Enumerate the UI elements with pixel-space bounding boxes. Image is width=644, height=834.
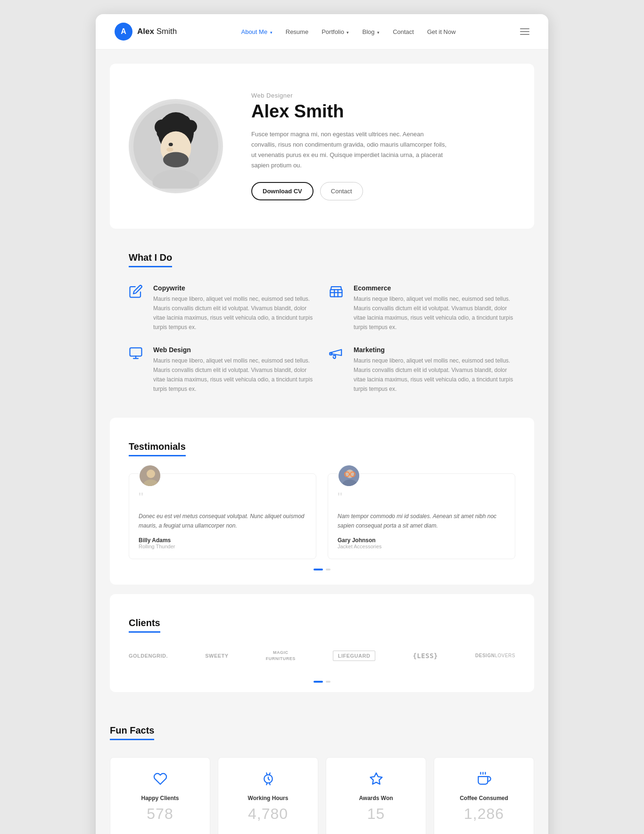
client-lifeguard: LIFEGUARD bbox=[333, 651, 376, 661]
nav-item-about[interactable]: About Me ▾ bbox=[241, 27, 272, 36]
hero-role: Web Designer bbox=[251, 92, 515, 99]
watch-icon bbox=[228, 772, 308, 789]
nav-item-contact[interactable]: Contact bbox=[393, 27, 414, 36]
service-ecommerce-title: Ecommerce bbox=[354, 284, 515, 292]
testimonials-title: Testimonials bbox=[129, 441, 186, 456]
brand-avatar: A bbox=[115, 23, 132, 41]
contact-button[interactable]: Contact bbox=[320, 182, 363, 200]
hero-buttons: Download CV Contact bbox=[251, 182, 515, 200]
megaphone-icon bbox=[329, 346, 346, 363]
brand: A Alex Smith bbox=[115, 23, 177, 41]
svg-point-12 bbox=[169, 143, 173, 146]
client-less: {less} bbox=[413, 652, 438, 660]
fact-coffee-consumed: Coffee Consumed 1,286 bbox=[434, 757, 534, 834]
monitor-icon bbox=[129, 346, 146, 363]
clients-dot-active[interactable] bbox=[314, 681, 323, 683]
testimonial-name-2: Gary Johnson bbox=[338, 537, 505, 544]
fact-working-hours-label: Working Hours bbox=[228, 795, 308, 801]
nav-item-get-it-now[interactable]: Get it Now bbox=[427, 27, 456, 36]
client-design-lovers: DESIGNLOVERS bbox=[475, 653, 515, 658]
svg-point-18 bbox=[147, 470, 155, 478]
clients-logos: GOLDENGRID. SWEETY MAGICFURNITURES LIFEG… bbox=[129, 650, 515, 671]
hero-name: Alex Smith bbox=[251, 102, 515, 122]
nav-item-portfolio[interactable]: Portfolio ▾ bbox=[322, 27, 349, 36]
hero-photo bbox=[129, 99, 223, 193]
testimonial-card-1: " Donec eu est vel metus consequat volut… bbox=[129, 473, 316, 560]
hero-content: Web Designer Alex Smith Fusce tempor mag… bbox=[251, 92, 515, 200]
quote-icon-1: " bbox=[139, 491, 306, 504]
fact-coffee-consumed-value: 1,286 bbox=[444, 805, 524, 823]
nav-links: About Me ▾ Resume Portfolio ▾ Blog ▾ Con… bbox=[241, 27, 455, 36]
navbar: A Alex Smith About Me ▾ Resume Portfolio… bbox=[96, 14, 548, 50]
fact-happy-clients-value: 578 bbox=[120, 805, 200, 823]
clients-title: Clients bbox=[129, 618, 160, 633]
services-grid: Copywrite Mauris neque libero, aliquet v… bbox=[129, 284, 515, 394]
service-web-design-desc: Mauris neque libero, aliquet vel mollis … bbox=[153, 356, 315, 394]
testimonial-avatar-2 bbox=[338, 464, 360, 487]
nav-item-blog[interactable]: Blog ▾ bbox=[362, 27, 380, 36]
nav-item-resume[interactable]: Resume bbox=[286, 27, 308, 36]
hero-section: Web Designer Alex Smith Fusce tempor mag… bbox=[110, 64, 534, 229]
clients-dots bbox=[129, 681, 515, 683]
facts-grid: Happy Clients 578 Working Hours 4,780 bbox=[110, 757, 534, 834]
hamburger-menu[interactable] bbox=[520, 28, 529, 35]
dot-inactive[interactable] bbox=[326, 569, 330, 570]
service-web-design: Web Design Mauris neque libero, aliquet … bbox=[129, 346, 315, 394]
testimonial-text-2: Nam tempor commodo mi id sodales. Aenean… bbox=[338, 512, 505, 531]
what-i-do-title: What I Do bbox=[129, 252, 172, 267]
testimonial-dots bbox=[129, 569, 515, 570]
dot-active[interactable] bbox=[314, 569, 323, 570]
fun-facts-title: Fun Facts bbox=[110, 725, 154, 740]
service-web-design-title: Web Design bbox=[153, 346, 315, 354]
service-marketing: Marketing Mauris neque libero, aliquet v… bbox=[329, 346, 515, 394]
client-sweety: SWEETY bbox=[205, 653, 228, 659]
fact-happy-clients: Happy Clients 578 bbox=[110, 757, 210, 834]
fact-awards-won-label: Awards Won bbox=[336, 795, 416, 801]
download-cv-button[interactable]: Download CV bbox=[251, 182, 314, 200]
fact-awards-won-value: 15 bbox=[336, 805, 416, 823]
hero-photo-wrap bbox=[129, 99, 223, 193]
brand-name: Alex Smith bbox=[137, 27, 177, 36]
svg-point-8 bbox=[157, 129, 165, 138]
client-magic: MAGICFURNITURES bbox=[266, 650, 296, 661]
service-ecommerce-desc: Mauris neque libero, aliquet vel mollis … bbox=[354, 295, 515, 332]
testimonial-company-1: Rolling Thunder bbox=[139, 544, 306, 549]
star-icon bbox=[336, 772, 416, 789]
what-i-do-section: What I Do Copywrite Mauris neque libero,… bbox=[110, 229, 534, 417]
store-icon bbox=[329, 284, 346, 301]
fact-working-hours: Working Hours 4,780 bbox=[218, 757, 318, 834]
clients-section: Clients GOLDENGRID. SWEETY MAGICFURNITUR… bbox=[110, 594, 534, 692]
testimonial-name-1: Billy Adams bbox=[139, 537, 306, 544]
fact-working-hours-value: 4,780 bbox=[228, 805, 308, 823]
testimonials-section: Testimonials " Donec eu est vel metus co… bbox=[110, 418, 534, 585]
testimonial-card-2: " Nam tempor commodo mi id sodales. Aene… bbox=[328, 473, 515, 560]
clients-dot-inactive[interactable] bbox=[326, 681, 330, 683]
service-marketing-desc: Mauris neque libero, aliquet vel mollis … bbox=[354, 356, 515, 394]
quote-icon-2: " bbox=[338, 491, 505, 504]
fact-coffee-consumed-label: Coffee Consumed bbox=[444, 795, 524, 801]
page-container: A Alex Smith About Me ▾ Resume Portfolio… bbox=[96, 14, 548, 834]
hero-bio: Fusce tempor magna mi, non egestas velit… bbox=[251, 129, 449, 171]
svg-point-11 bbox=[166, 148, 173, 152]
service-copywrite-title: Copywrite bbox=[153, 284, 315, 292]
pencil-icon bbox=[129, 284, 146, 301]
heart-icon bbox=[120, 772, 200, 789]
svg-point-10 bbox=[163, 152, 189, 167]
svg-rect-15 bbox=[130, 348, 142, 356]
testimonials-grid: " Donec eu est vel metus consequat volut… bbox=[129, 473, 515, 560]
testimonial-company-2: Jacket Accessories bbox=[338, 544, 505, 549]
client-goldengrid: GOLDENGRID. bbox=[129, 653, 168, 659]
service-copywrite-desc: Mauris neque libero, aliquet vel mollis … bbox=[153, 295, 315, 332]
fact-happy-clients-label: Happy Clients bbox=[120, 795, 200, 801]
svg-rect-14 bbox=[330, 289, 342, 297]
coffee-icon bbox=[444, 772, 524, 789]
service-marketing-title: Marketing bbox=[354, 346, 515, 354]
testimonial-avatar-1 bbox=[139, 464, 161, 487]
fun-facts-section: Fun Facts Happy Clients 578 bbox=[110, 702, 534, 834]
service-copywrite: Copywrite Mauris neque libero, aliquet v… bbox=[129, 284, 315, 332]
svg-marker-27 bbox=[370, 773, 382, 784]
fact-awards-won: Awards Won 15 bbox=[326, 757, 426, 834]
testimonial-text-1: Donec eu est vel metus consequat volutpa… bbox=[139, 512, 306, 531]
service-ecommerce: Ecommerce Mauris neque libero, aliquet v… bbox=[329, 284, 515, 332]
